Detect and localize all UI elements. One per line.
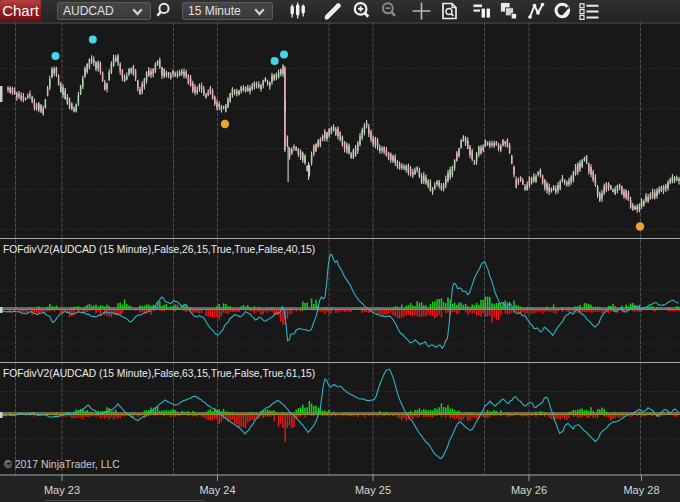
svg-text:May 25: May 25 (355, 484, 391, 496)
svg-text:FOFdivV2(AUDCAD (15 Minute),Fa: FOFdivV2(AUDCAD (15 Minute),False,26,15,… (3, 244, 315, 255)
svg-text:May 23: May 23 (44, 484, 80, 496)
svg-text:May 28: May 28 (623, 484, 659, 496)
svg-text:May 26: May 26 (511, 484, 547, 496)
svg-text:FOFdivV2(AUDCAD (15 Minute),Fa: FOFdivV2(AUDCAD (15 Minute),False,63,15,… (3, 368, 315, 379)
svg-text:© 2017 NinjaTrader, LLC: © 2017 NinjaTrader, LLC (4, 458, 120, 470)
svg-text:May 24: May 24 (199, 484, 235, 496)
